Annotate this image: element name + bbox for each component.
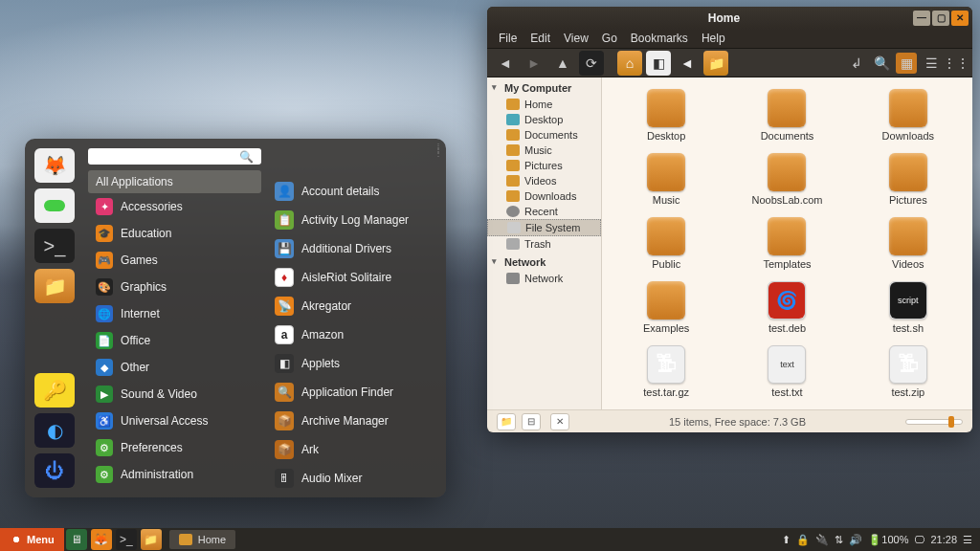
file-item[interactable]: 🗜test.tar.gz xyxy=(610,342,723,402)
category-internet[interactable]: 🌐Internet xyxy=(88,300,261,327)
category-preferences[interactable]: ⚙Preferences xyxy=(88,434,261,461)
category-sound-video[interactable]: ▶Sound & Video xyxy=(88,381,261,408)
tray-clock[interactable]: 21:28 xyxy=(930,534,957,545)
reload-button[interactable]: ⟳ xyxy=(579,51,604,76)
file-item[interactable]: Documents xyxy=(730,85,843,145)
file-item[interactable]: NoobsLab.com xyxy=(730,149,843,209)
app-aisleriot-solitaire[interactable]: ♦AisleRiot Solitaire xyxy=(269,263,434,292)
up-button[interactable]: ▲ xyxy=(550,51,575,76)
file-item[interactable]: scripttest.sh xyxy=(852,277,965,338)
icon-view-button[interactable]: ▦ xyxy=(896,53,917,74)
forward-button[interactable]: ► xyxy=(522,51,546,76)
sidebar-documents[interactable]: Documents xyxy=(487,127,601,143)
category-universal-access[interactable]: ♿Universal Access xyxy=(88,408,261,434)
favorite-firefox[interactable]: 🦊 xyxy=(34,148,75,183)
app-additional-drivers[interactable]: 💾Additional Drivers xyxy=(269,234,434,263)
panel-menu-button[interactable]: Menu xyxy=(0,528,64,551)
file-item[interactable]: Videos xyxy=(852,213,965,274)
tray-volume-icon[interactable]: 🔊 xyxy=(849,534,862,546)
file-item[interactable]: texttest.txt xyxy=(730,342,843,402)
sidebar-trash[interactable]: Trash xyxy=(487,236,601,252)
sidebar-pictures[interactable]: Pictures xyxy=(487,158,601,173)
home-path-icon[interactable]: ⌂ xyxy=(617,51,642,76)
app-application-finder[interactable]: 🔍Application Finder xyxy=(269,378,434,407)
close-button[interactable]: ✕ xyxy=(951,11,969,26)
favorite-files[interactable]: 📁 xyxy=(34,269,75,303)
app-amazon[interactable]: aAmazon xyxy=(269,320,434,349)
panel-task-home[interactable]: Home xyxy=(169,530,235,549)
menu-file[interactable]: File xyxy=(493,30,523,47)
tray-battery-text[interactable]: 🔋100% xyxy=(868,534,908,546)
category-other[interactable]: ◆Other xyxy=(88,354,261,381)
category-office[interactable]: 📄Office xyxy=(88,327,261,354)
favorite-shutdown[interactable]: ⏻ xyxy=(34,453,75,488)
zoom-slider[interactable] xyxy=(905,419,963,425)
search-button[interactable]: 🔍 xyxy=(871,53,892,74)
favorite-logout[interactable]: ◐ xyxy=(34,413,75,448)
maximize-button[interactable]: ▢ xyxy=(932,11,949,26)
titlebar[interactable]: Home — ▢ ✕ xyxy=(487,7,972,30)
compact-view-button[interactable]: ⋮⋮ xyxy=(946,53,967,74)
sidebar-header-computer[interactable]: My Computer xyxy=(487,77,601,97)
app-applets[interactable]: ◧Applets xyxy=(269,349,434,378)
file-item[interactable]: Public xyxy=(610,213,723,274)
category-administration[interactable]: ⚙Administration xyxy=(88,461,261,488)
tray-network-icon[interactable]: ⇅ xyxy=(835,534,843,546)
menu-bookmarks[interactable]: Bookmarks xyxy=(625,30,694,47)
sidebar-header-network[interactable]: Network xyxy=(487,252,601,271)
favorite-settings[interactable] xyxy=(34,188,75,223)
app-akregator[interactable]: 📡Akregator xyxy=(269,292,434,320)
menu-search[interactable]: 🔍 xyxy=(88,148,261,165)
file-item[interactable]: Desktop xyxy=(610,85,723,145)
current-folder-path[interactable]: 📁 xyxy=(703,51,728,76)
file-item[interactable]: 🗜test.zip xyxy=(852,342,965,402)
search-input[interactable] xyxy=(96,150,239,164)
panel-terminal[interactable]: >_ xyxy=(116,529,137,550)
category-education[interactable]: 🎓Education xyxy=(88,220,261,247)
resize-grip-icon[interactable]: ⋮⋮⋮ xyxy=(434,144,442,164)
tray-display-icon[interactable]: 🖵 xyxy=(914,534,924,545)
file-item[interactable]: Examples xyxy=(610,277,723,338)
sidebar-recent[interactable]: Recent xyxy=(487,204,601,219)
tray-lock-icon[interactable]: 🔒 xyxy=(796,534,810,546)
path-toggle[interactable]: ◧ xyxy=(646,51,671,76)
favorite-lock[interactable]: 🔑 xyxy=(34,373,75,408)
app-activity-log-manager[interactable]: 📋Activity Log Manager xyxy=(269,206,434,234)
sidebar-videos[interactable]: Videos xyxy=(487,173,601,188)
favorite-terminal[interactable]: >_ xyxy=(34,229,75,263)
show-tree-button[interactable]: ⊟ xyxy=(522,413,541,430)
tray-battery-icon[interactable]: 🔌 xyxy=(815,534,829,546)
sidebar-music[interactable]: Music xyxy=(487,143,601,158)
file-item[interactable]: Pictures xyxy=(852,149,965,209)
panel-firefox[interactable]: 🦊 xyxy=(91,529,112,550)
category-all-applications[interactable]: All Applications xyxy=(88,170,261,193)
list-view-button[interactable]: ☰ xyxy=(921,53,942,74)
panel-files[interactable]: 📁 xyxy=(141,529,162,550)
category-games[interactable]: 🎮Games xyxy=(88,247,261,274)
minimize-button[interactable]: — xyxy=(913,11,930,26)
file-item[interactable]: Music xyxy=(610,149,723,209)
show-places-button[interactable]: 📁 xyxy=(497,413,516,430)
file-item[interactable]: Downloads xyxy=(852,85,965,145)
tray-update-icon[interactable]: ⬆ xyxy=(782,534,791,546)
app-audio-mixer[interactable]: 🎚Audio Mixer xyxy=(269,464,434,488)
menu-view[interactable]: View xyxy=(558,30,594,47)
file-item[interactable]: 🌀test.deb xyxy=(730,277,843,338)
sidebar-network[interactable]: Network xyxy=(487,271,601,286)
toggle-location-button[interactable]: ↲ xyxy=(846,53,867,74)
app-ark[interactable]: 📦Ark xyxy=(269,435,434,464)
tray-user-icon[interactable]: ☰ xyxy=(963,534,972,546)
menu-help[interactable]: Help xyxy=(696,30,731,47)
sidebar-desktop[interactable]: Desktop xyxy=(487,112,601,127)
menu-go[interactable]: Go xyxy=(596,30,623,47)
category-graphics[interactable]: 🎨Graphics xyxy=(88,274,261,300)
sidebar-downloads[interactable]: Downloads xyxy=(487,188,601,204)
sidebar-home[interactable]: Home xyxy=(487,97,601,112)
category-accessories[interactable]: ✦Accessories xyxy=(88,193,261,220)
back-button[interactable]: ◄ xyxy=(493,51,518,76)
app-archive-manager[interactable]: 📦Archive Manager xyxy=(269,407,434,435)
menu-edit[interactable]: Edit xyxy=(524,30,556,47)
file-grid[interactable]: DesktopDocumentsDownloadsMusicNoobsLab.c… xyxy=(602,77,972,409)
sidebar-filesystem[interactable]: File System xyxy=(487,219,601,236)
app-account-details[interactable]: 👤Account details xyxy=(269,177,434,206)
